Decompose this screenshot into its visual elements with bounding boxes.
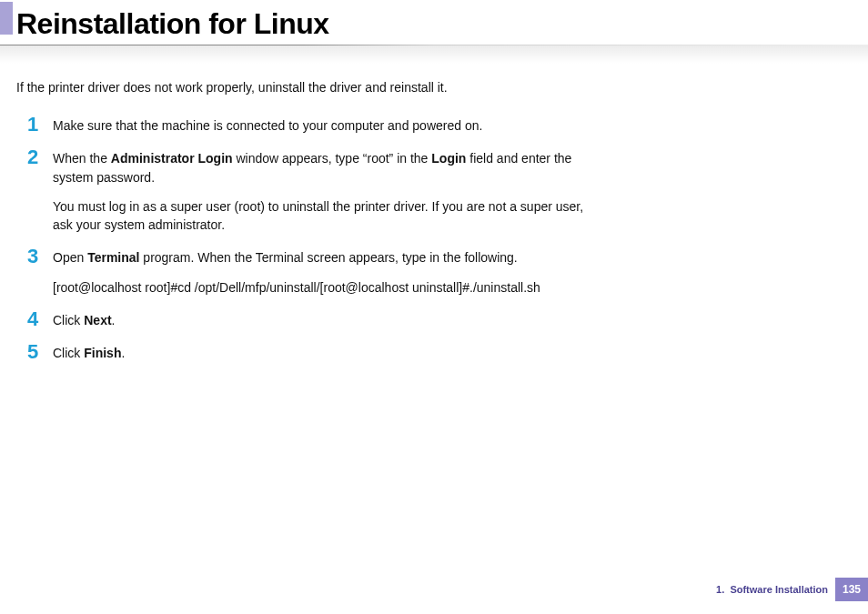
step-paragraph: Click Next. xyxy=(53,311,115,329)
step-number: 2 xyxy=(27,147,53,167)
steps-list: 1Make sure that the machine is connected… xyxy=(16,116,601,363)
intro-text: If the printer driver does not work prop… xyxy=(16,80,601,95)
step-paragraph: [root@localhost root]#cd /opt/Dell/mfp/u… xyxy=(53,278,540,297)
header-underline xyxy=(0,45,868,45)
step-item: 4Click Next. xyxy=(27,311,601,329)
step-body: When the Administrator Login window appe… xyxy=(53,149,601,234)
step-body: Click Next. xyxy=(53,311,115,329)
step-number: 1 xyxy=(27,115,53,135)
bold-text: Terminal xyxy=(87,250,139,265)
step-item: 2When the Administrator Login window app… xyxy=(27,149,601,234)
step-number: 5 xyxy=(27,342,53,362)
step-paragraph: Click Finish. xyxy=(53,344,125,362)
step-item: 3Open Terminal program. When the Termina… xyxy=(27,248,601,297)
step-body: Make sure that the machine is connected … xyxy=(53,116,482,135)
step-body: Open Terminal program. When the Terminal… xyxy=(53,248,540,297)
step-paragraph: Open Terminal program. When the Terminal… xyxy=(53,248,540,267)
step-number: 3 xyxy=(27,247,53,267)
header-shadow xyxy=(0,45,868,64)
page-title: Reinstallation for Linux xyxy=(0,7,868,41)
page-footer: 1. Software Installation 135 xyxy=(716,578,868,601)
step-paragraph: When the Administrator Login window appe… xyxy=(53,149,601,186)
page-content: If the printer driver does not work prop… xyxy=(0,64,619,363)
footer-page-number: 135 xyxy=(835,578,868,601)
step-body: Click Finish. xyxy=(53,344,125,362)
bold-text: Finish xyxy=(84,346,121,360)
step-number: 4 xyxy=(27,309,53,329)
step-paragraph: Make sure that the machine is connected … xyxy=(53,116,482,135)
step-paragraph: You must log in as a super user (root) t… xyxy=(53,197,601,235)
footer-section-label: 1. Software Installation xyxy=(716,584,828,595)
page-header: Reinstallation for Linux xyxy=(0,0,868,64)
bold-text: Login xyxy=(431,151,466,166)
header-accent-bar xyxy=(0,2,13,35)
bold-text: Administrator Login xyxy=(111,151,233,166)
bold-text: Next xyxy=(84,313,111,327)
step-item: 5Click Finish. xyxy=(27,344,601,362)
step-item: 1Make sure that the machine is connected… xyxy=(27,116,601,135)
